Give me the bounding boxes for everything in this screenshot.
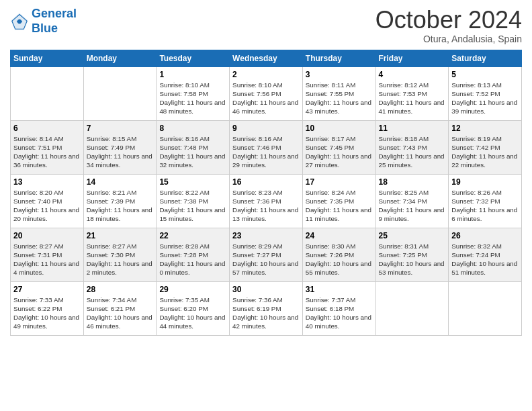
header: General Blue October 2024 Otura, Andalus… bbox=[10, 7, 522, 44]
day-number: 23 bbox=[232, 231, 300, 240]
col-wednesday: Wednesday bbox=[230, 50, 303, 66]
calendar-row: 20Sunrise: 8:27 AM Sunset: 7:31 PM Dayli… bbox=[11, 228, 522, 281]
day-number: 6 bbox=[13, 124, 81, 133]
day-number: 7 bbox=[87, 124, 154, 133]
day-number: 31 bbox=[306, 285, 373, 294]
table-row: 25Sunrise: 8:31 AM Sunset: 7:25 PM Dayli… bbox=[375, 228, 449, 281]
location: Otura, Andalusia, Spain bbox=[375, 34, 522, 44]
table-row: 17Sunrise: 8:24 AM Sunset: 7:35 PM Dayli… bbox=[302, 174, 375, 228]
table-row: 19Sunrise: 8:26 AM Sunset: 7:32 PM Dayli… bbox=[449, 174, 522, 228]
day-info: Sunrise: 7:33 AM Sunset: 6:22 PM Dayligh… bbox=[13, 295, 81, 331]
table-row: 8Sunrise: 8:16 AM Sunset: 7:48 PM Daylig… bbox=[157, 120, 230, 174]
day-number: 28 bbox=[87, 285, 154, 294]
day-number: 24 bbox=[306, 231, 373, 240]
day-info: Sunrise: 7:35 AM Sunset: 6:20 PM Dayligh… bbox=[159, 295, 226, 331]
day-number: 26 bbox=[451, 231, 519, 240]
table-row: 12Sunrise: 8:19 AM Sunset: 7:42 PM Dayli… bbox=[449, 120, 522, 174]
header-row: Sunday Monday Tuesday Wednesday Thursday… bbox=[11, 50, 522, 66]
table-row: 16Sunrise: 8:23 AM Sunset: 7:36 PM Dayli… bbox=[230, 174, 303, 228]
col-friday: Friday bbox=[375, 50, 449, 66]
table-row: 5Sunrise: 8:13 AM Sunset: 7:52 PM Daylig… bbox=[449, 66, 522, 120]
table-row: 22Sunrise: 8:28 AM Sunset: 7:28 PM Dayli… bbox=[157, 228, 230, 281]
table-row: 9Sunrise: 8:16 AM Sunset: 7:46 PM Daylig… bbox=[230, 120, 303, 174]
day-info: Sunrise: 8:23 AM Sunset: 7:36 PM Dayligh… bbox=[232, 188, 300, 224]
calendar-body: 1Sunrise: 8:10 AM Sunset: 7:58 PM Daylig… bbox=[11, 66, 522, 335]
col-sunday: Sunday bbox=[11, 50, 84, 66]
day-info: Sunrise: 8:27 AM Sunset: 7:30 PM Dayligh… bbox=[87, 242, 154, 277]
day-info: Sunrise: 8:11 AM Sunset: 7:55 PM Dayligh… bbox=[306, 81, 373, 116]
day-info: Sunrise: 8:13 AM Sunset: 7:52 PM Dayligh… bbox=[451, 81, 519, 116]
table-row: 3Sunrise: 8:11 AM Sunset: 7:55 PM Daylig… bbox=[302, 66, 375, 120]
day-info: Sunrise: 8:16 AM Sunset: 7:46 PM Dayligh… bbox=[232, 134, 300, 170]
day-info: Sunrise: 7:34 AM Sunset: 6:21 PM Dayligh… bbox=[87, 295, 154, 331]
day-info: Sunrise: 8:29 AM Sunset: 7:27 PM Dayligh… bbox=[232, 242, 300, 277]
day-info: Sunrise: 8:26 AM Sunset: 7:32 PM Dayligh… bbox=[451, 188, 519, 224]
day-info: Sunrise: 8:10 AM Sunset: 7:58 PM Dayligh… bbox=[159, 81, 226, 116]
calendar-row: 13Sunrise: 8:20 AM Sunset: 7:40 PM Dayli… bbox=[11, 174, 522, 228]
col-thursday: Thursday bbox=[302, 50, 375, 66]
table-row: 24Sunrise: 8:30 AM Sunset: 7:26 PM Dayli… bbox=[302, 228, 375, 281]
logo: General Blue bbox=[10, 7, 77, 36]
col-tuesday: Tuesday bbox=[157, 50, 230, 66]
day-number: 11 bbox=[379, 124, 446, 133]
day-info: Sunrise: 8:17 AM Sunset: 7:45 PM Dayligh… bbox=[306, 134, 373, 170]
col-monday: Monday bbox=[83, 50, 157, 66]
table-row: 27Sunrise: 7:33 AM Sunset: 6:22 PM Dayli… bbox=[11, 281, 84, 335]
day-number: 9 bbox=[232, 124, 300, 133]
calendar-row: 1Sunrise: 8:10 AM Sunset: 7:58 PM Daylig… bbox=[11, 66, 522, 120]
day-info: Sunrise: 8:28 AM Sunset: 7:28 PM Dayligh… bbox=[159, 242, 226, 277]
table-row bbox=[83, 66, 157, 120]
table-row bbox=[375, 281, 449, 335]
table-row: 2Sunrise: 8:10 AM Sunset: 7:56 PM Daylig… bbox=[230, 66, 303, 120]
logo-icon bbox=[10, 12, 29, 31]
table-row: 18Sunrise: 8:25 AM Sunset: 7:34 PM Dayli… bbox=[375, 174, 449, 228]
day-number: 22 bbox=[159, 231, 226, 240]
calendar-row: 27Sunrise: 7:33 AM Sunset: 6:22 PM Dayli… bbox=[11, 281, 522, 335]
day-info: Sunrise: 8:15 AM Sunset: 7:49 PM Dayligh… bbox=[87, 134, 154, 170]
day-info: Sunrise: 8:14 AM Sunset: 7:51 PM Dayligh… bbox=[13, 134, 81, 170]
day-number: 5 bbox=[451, 70, 519, 79]
day-number: 25 bbox=[379, 231, 446, 240]
day-number: 4 bbox=[379, 70, 446, 79]
day-number: 16 bbox=[232, 177, 300, 187]
day-info: Sunrise: 8:31 AM Sunset: 7:25 PM Dayligh… bbox=[379, 242, 446, 277]
table-row: 21Sunrise: 8:27 AM Sunset: 7:30 PM Dayli… bbox=[83, 228, 157, 281]
table-row: 31Sunrise: 7:37 AM Sunset: 6:18 PM Dayli… bbox=[302, 281, 375, 335]
table-row: 1Sunrise: 8:10 AM Sunset: 7:58 PM Daylig… bbox=[157, 66, 230, 120]
day-info: Sunrise: 8:16 AM Sunset: 7:48 PM Dayligh… bbox=[159, 134, 226, 170]
day-number: 19 bbox=[451, 177, 519, 187]
table-row: 29Sunrise: 7:35 AM Sunset: 6:20 PM Dayli… bbox=[157, 281, 230, 335]
table-row: 30Sunrise: 7:36 AM Sunset: 6:19 PM Dayli… bbox=[230, 281, 303, 335]
table-row: 4Sunrise: 8:12 AM Sunset: 7:53 PM Daylig… bbox=[375, 66, 449, 120]
day-number: 3 bbox=[306, 70, 373, 79]
day-number: 13 bbox=[13, 177, 81, 187]
day-info: Sunrise: 8:24 AM Sunset: 7:35 PM Dayligh… bbox=[306, 188, 373, 224]
table-row: 26Sunrise: 8:32 AM Sunset: 7:24 PM Dayli… bbox=[449, 228, 522, 281]
day-info: Sunrise: 8:19 AM Sunset: 7:42 PM Dayligh… bbox=[451, 134, 519, 170]
table-row bbox=[11, 66, 84, 120]
day-info: Sunrise: 8:22 AM Sunset: 7:38 PM Dayligh… bbox=[159, 188, 226, 224]
day-info: Sunrise: 8:18 AM Sunset: 7:43 PM Dayligh… bbox=[379, 134, 446, 170]
col-saturday: Saturday bbox=[449, 50, 522, 66]
day-number: 20 bbox=[13, 231, 81, 240]
page: General Blue October 2024 Otura, Andalus… bbox=[0, 0, 532, 411]
day-info: Sunrise: 7:36 AM Sunset: 6:19 PM Dayligh… bbox=[232, 295, 300, 331]
day-info: Sunrise: 7:37 AM Sunset: 6:18 PM Dayligh… bbox=[306, 295, 373, 331]
logo-text: General Blue bbox=[32, 7, 77, 36]
day-info: Sunrise: 8:30 AM Sunset: 7:26 PM Dayligh… bbox=[306, 242, 373, 277]
day-number: 18 bbox=[379, 177, 446, 187]
day-info: Sunrise: 8:25 AM Sunset: 7:34 PM Dayligh… bbox=[379, 188, 446, 224]
table-row: 20Sunrise: 8:27 AM Sunset: 7:31 PM Dayli… bbox=[11, 228, 84, 281]
table-row: 11Sunrise: 8:18 AM Sunset: 7:43 PM Dayli… bbox=[375, 120, 449, 174]
table-row: 14Sunrise: 8:21 AM Sunset: 7:39 PM Dayli… bbox=[83, 174, 157, 228]
day-number: 21 bbox=[87, 231, 154, 240]
day-number: 29 bbox=[159, 285, 226, 294]
day-number: 8 bbox=[159, 124, 226, 133]
table-row: 15Sunrise: 8:22 AM Sunset: 7:38 PM Dayli… bbox=[157, 174, 230, 228]
day-info: Sunrise: 8:27 AM Sunset: 7:31 PM Dayligh… bbox=[13, 242, 81, 277]
table-row: 10Sunrise: 8:17 AM Sunset: 7:45 PM Dayli… bbox=[302, 120, 375, 174]
day-info: Sunrise: 8:21 AM Sunset: 7:39 PM Dayligh… bbox=[87, 188, 154, 224]
day-number: 10 bbox=[306, 124, 373, 133]
table-row: 6Sunrise: 8:14 AM Sunset: 7:51 PM Daylig… bbox=[11, 120, 84, 174]
day-number: 2 bbox=[232, 70, 300, 79]
